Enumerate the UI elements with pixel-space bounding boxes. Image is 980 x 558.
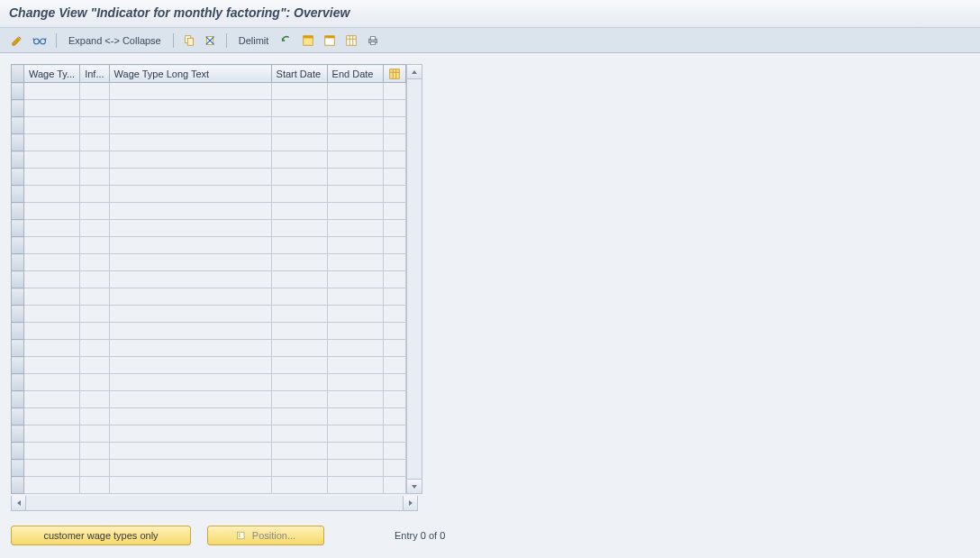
table-cell[interactable] — [271, 220, 327, 237]
table-cell[interactable] — [24, 425, 80, 443]
row-selector[interactable] — [12, 169, 24, 186]
table-cell[interactable] — [24, 288, 80, 306]
table-row[interactable] — [12, 169, 406, 186]
table-row[interactable] — [12, 220, 406, 237]
table-cell[interactable] — [24, 357, 80, 374]
table-cell[interactable] — [109, 323, 271, 340]
table-cell[interactable] — [109, 306, 271, 323]
table-cell[interactable] — [80, 288, 109, 306]
table-cell[interactable] — [271, 203, 327, 220]
vertical-scrollbar[interactable] — [406, 64, 422, 494]
table-cell[interactable] — [24, 169, 80, 186]
table-cell[interactable] — [271, 408, 327, 425]
row-selector[interactable] — [12, 117, 24, 134]
table-cell[interactable] — [80, 357, 109, 374]
table-cell[interactable] — [109, 357, 271, 374]
column-configure-button[interactable] — [383, 65, 405, 83]
table-cell[interactable] — [109, 100, 271, 117]
column-end-date[interactable]: End Date — [327, 65, 383, 83]
edit-pencil-button[interactable] — [7, 32, 27, 50]
column-start-date[interactable]: Start Date — [271, 65, 327, 83]
table-cell[interactable] — [24, 477, 80, 494]
table-cell[interactable] — [327, 100, 383, 117]
table-cell[interactable] — [327, 254, 383, 271]
wage-type-table[interactable]: Wage Ty... Inf... Wage Type Long Text St… — [11, 64, 406, 494]
row-selector[interactable] — [12, 237, 24, 254]
table-cell[interactable] — [80, 83, 109, 100]
table-row[interactable] — [12, 357, 406, 374]
scroll-track[interactable] — [26, 496, 403, 510]
table-cell[interactable] — [109, 220, 271, 237]
delimit-button[interactable]: Delimit — [232, 32, 276, 50]
table-cell[interactable] — [80, 374, 109, 391]
table-cell[interactable] — [80, 443, 109, 460]
row-selector[interactable] — [12, 186, 24, 203]
customer-wage-types-button[interactable]: customer wage types only — [11, 526, 191, 545]
table-cell[interactable] — [80, 306, 109, 323]
table-cell[interactable] — [80, 477, 109, 494]
row-selector[interactable] — [12, 134, 24, 151]
table-cell[interactable] — [109, 151, 271, 169]
table-cell[interactable] — [109, 237, 271, 254]
table-cell[interactable] — [24, 254, 80, 271]
table-cell[interactable] — [271, 100, 327, 117]
table-cell[interactable] — [80, 117, 109, 134]
table-row[interactable] — [12, 288, 406, 306]
position-button[interactable]: Position... — [207, 526, 324, 545]
copy-button[interactable] — [179, 32, 199, 50]
table-row[interactable] — [12, 306, 406, 323]
row-selector[interactable] — [12, 408, 24, 425]
table-row[interactable] — [12, 134, 406, 151]
table-cell[interactable] — [271, 237, 327, 254]
table-cell[interactable] — [327, 391, 383, 408]
row-selector[interactable] — [12, 357, 24, 374]
table-cell[interactable] — [109, 443, 271, 460]
table-cell[interactable] — [24, 306, 80, 323]
table-cell[interactable] — [271, 391, 327, 408]
table-cell[interactable] — [109, 134, 271, 151]
table-cell[interactable] — [24, 237, 80, 254]
scroll-right-button[interactable] — [403, 496, 417, 510]
table-cell[interactable] — [24, 134, 80, 151]
table-cell[interactable] — [109, 117, 271, 134]
table-cell[interactable] — [271, 340, 327, 357]
table-cell[interactable] — [24, 391, 80, 408]
table-cell[interactable] — [80, 408, 109, 425]
table-cell[interactable] — [327, 151, 383, 169]
table-cell[interactable] — [109, 408, 271, 425]
row-selector[interactable] — [12, 323, 24, 340]
table-row[interactable] — [12, 254, 406, 271]
table-cell[interactable] — [271, 306, 327, 323]
table-cell[interactable] — [80, 100, 109, 117]
table-cell[interactable] — [24, 220, 80, 237]
table-cell[interactable] — [271, 374, 327, 391]
table-row[interactable] — [12, 340, 406, 357]
table-cell[interactable] — [24, 460, 80, 477]
table-cell[interactable] — [271, 357, 327, 374]
table-cell[interactable] — [24, 408, 80, 425]
table-cell[interactable] — [327, 288, 383, 306]
table-cell[interactable] — [271, 134, 327, 151]
table-cell[interactable] — [24, 100, 80, 117]
row-selector[interactable] — [12, 220, 24, 237]
table-row[interactable] — [12, 237, 406, 254]
table-cell[interactable] — [24, 443, 80, 460]
table-cell[interactable] — [80, 460, 109, 477]
table-row[interactable] — [12, 83, 406, 100]
table-cell[interactable] — [109, 203, 271, 220]
table-cell[interactable] — [109, 374, 271, 391]
table-cell[interactable] — [327, 323, 383, 340]
table-cell[interactable] — [109, 254, 271, 271]
table-cell[interactable] — [327, 117, 383, 134]
table-row[interactable] — [12, 374, 406, 391]
table-cell[interactable] — [327, 186, 383, 203]
table-cell[interactable] — [327, 443, 383, 460]
table-row[interactable] — [12, 323, 406, 340]
scroll-left-button[interactable] — [12, 496, 26, 510]
table-cell[interactable] — [24, 340, 80, 357]
row-selector[interactable] — [12, 340, 24, 357]
table-cell[interactable] — [327, 169, 383, 186]
table-cell[interactable] — [109, 169, 271, 186]
row-selector[interactable] — [12, 151, 24, 169]
table-cell[interactable] — [271, 169, 327, 186]
